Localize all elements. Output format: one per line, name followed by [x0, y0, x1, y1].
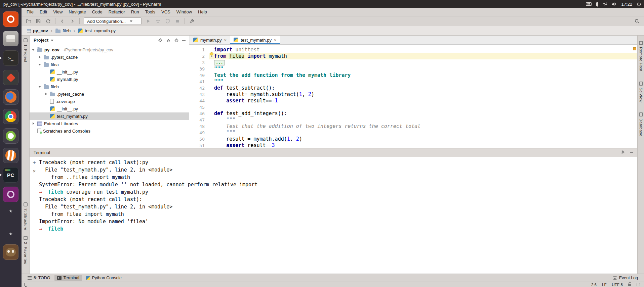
toolwindow-switcher-icon[interactable] [24, 283, 28, 286]
save-all-button[interactable] [34, 17, 43, 25]
menu-file[interactable]: File [24, 8, 37, 16]
network-arrows-icon[interactable] [603, 2, 607, 6]
keyboard-indicator-icon[interactable] [586, 2, 592, 6]
app-icon-mascot[interactable] [3, 244, 18, 260]
collapse-all-icon[interactable] [166, 38, 171, 43]
menu-navigate[interactable]: Navigate [66, 8, 89, 16]
line-number[interactable]: 2 [189, 53, 209, 59]
chevron-down-icon[interactable] [51, 40, 53, 43]
warning-stripe-mark[interactable] [633, 47, 636, 50]
run-configuration-select[interactable]: Add Configuration... [84, 17, 142, 25]
close-icon[interactable]: × [274, 38, 277, 43]
event-log-button[interactable]: Event Log [610, 275, 641, 281]
locate-file-icon[interactable] [158, 38, 163, 43]
line-number[interactable]: 43 [189, 91, 209, 98]
back-button[interactable] [58, 17, 67, 25]
editor-tab-test-mymath-py[interactable]: test_mymath.py× [230, 36, 280, 44]
tree-item-external-libraries[interactable]: External Libraries [30, 120, 189, 127]
app-icon-purple[interactable] [3, 187, 18, 202]
tree-item-scratches-and-consoles[interactable]: Scratches and Consoles [30, 127, 189, 135]
line-separator-status[interactable]: LF [602, 283, 606, 287]
menu-view[interactable]: View [50, 8, 66, 16]
chevron-expanded-icon[interactable] [32, 48, 35, 52]
line-number[interactable]: 1 [189, 47, 209, 53]
tree-item-pytest-cache[interactable]: .pytest_cache [30, 90, 189, 98]
menu-edit[interactable]: Edit [37, 8, 50, 16]
tree-item-filea[interactable]: filea [30, 61, 189, 68]
toolwindow-tab-6-todo[interactable]: 6: TODO [25, 275, 53, 281]
tool-stripe-database[interactable]: Database [639, 112, 643, 136]
files-app-icon[interactable] [3, 31, 18, 46]
menu-run[interactable]: Run [128, 8, 142, 16]
input-method-icon[interactable] [596, 2, 599, 7]
chevron-collapsed-icon[interactable] [32, 122, 35, 126]
editor-tab-mymath-py[interactable]: mymath.py× [190, 36, 230, 44]
line-number[interactable]: 41 [189, 79, 209, 85]
pycharm-launcher-icon[interactable]: PC [3, 167, 18, 183]
menu-window[interactable]: Window [173, 8, 195, 16]
forward-button[interactable] [68, 17, 77, 25]
line-number[interactable]: 3 [189, 59, 209, 66]
caret-position[interactable]: 2:6 [591, 283, 597, 287]
debug-button[interactable] [154, 17, 162, 25]
chrome-icon[interactable] [3, 109, 18, 124]
tree-item-pytest-cache[interactable]: .pytest_cache [30, 53, 189, 61]
line-number[interactable]: 48 [189, 123, 209, 130]
terminal-settings-gear-icon[interactable] [620, 150, 625, 155]
tree-item-mymath-py[interactable]: mymath.py [30, 76, 189, 83]
intention-bulb-icon[interactable] [209, 52, 214, 59]
tool-stripe-sciview[interactable]: SciView [639, 82, 643, 102]
terminal-app-icon[interactable]: >_ [3, 50, 18, 66]
chevron-collapsed-icon[interactable] [44, 92, 48, 96]
line-number[interactable]: 44 [189, 98, 209, 104]
tool-stripe-7-structure[interactable]: 7: Structure [22, 202, 29, 230]
menu-tools[interactable]: Tools [142, 8, 158, 16]
menu-vcs[interactable]: VCS [158, 8, 173, 16]
new-session-icon[interactable]: + [33, 160, 36, 165]
tool-stripe-1-project[interactable]: 1: Project [22, 38, 29, 62]
breadcrumb-item-fileb[interactable]: fileb [55, 28, 71, 33]
tree-item-init-py[interactable]: __init__.py [30, 105, 189, 112]
tree-item-coverage[interactable]: .coverage [30, 98, 189, 105]
line-number[interactable]: 39 [189, 66, 209, 72]
breadcrumb-item-test-mymath-py[interactable]: test_mymath.py [77, 28, 116, 33]
wrench-icon[interactable] [188, 17, 196, 25]
tree-item-py-cov[interactable]: py_cov ~/PycharmProjects/py_cov [30, 46, 189, 53]
status-misc-icon[interactable] [637, 283, 640, 286]
menu-help[interactable]: Help [195, 8, 210, 16]
line-number[interactable]: 51 [189, 142, 209, 148]
tool-stripe-2-favorites[interactable]: 2: Favorites [22, 236, 29, 264]
tree-item-init-py[interactable]: __init__.py [30, 68, 189, 76]
chevron-expanded-icon[interactable] [38, 85, 42, 89]
synchronize-icon[interactable] [44, 17, 52, 25]
lock-icon[interactable] [628, 284, 631, 286]
stop-button[interactable] [173, 17, 182, 25]
chevron-expanded-icon[interactable] [38, 63, 42, 66]
search-everywhere-icon[interactable] [633, 17, 641, 25]
coverage-button[interactable] [163, 17, 172, 25]
encoding-status[interactable]: UTF-8 [612, 283, 623, 287]
breadcrumb-item-py-cov[interactable]: py_cov [26, 28, 49, 33]
folded-region[interactable]: ... [214, 60, 225, 65]
code-editor[interactable]: 1import unittest2from filea import mymat… [189, 45, 637, 148]
app-icon-fish[interactable] [3, 148, 18, 163]
line-number[interactable]: 45 [189, 104, 209, 110]
app-icon-green[interactable] [3, 128, 18, 144]
tree-item-fileb[interactable]: fileb [30, 83, 189, 90]
line-number[interactable]: 40 [189, 72, 209, 79]
hide-terminal-icon[interactable] [630, 152, 633, 153]
close-icon[interactable]: × [224, 38, 227, 43]
open-file-button[interactable] [24, 17, 33, 25]
tool-stripe-remote-host[interactable]: Remote Host [639, 41, 643, 71]
tree-item-test-mymath-py[interactable]: test_mymath.py [30, 112, 189, 120]
firefox-icon[interactable] [3, 89, 18, 105]
line-number[interactable]: 46 [189, 110, 209, 117]
menu-refactor[interactable]: Refactor [106, 8, 128, 16]
settings-gear-icon[interactable] [174, 38, 179, 43]
run-button[interactable] [144, 17, 153, 25]
menu-code[interactable]: Code [89, 8, 106, 16]
app-icon-red[interactable] [3, 70, 18, 85]
toolwindow-tab-terminal[interactable]: Terminal [54, 275, 82, 281]
close-session-icon[interactable]: × [33, 169, 36, 174]
chevron-collapsed-icon[interactable] [38, 55, 42, 59]
